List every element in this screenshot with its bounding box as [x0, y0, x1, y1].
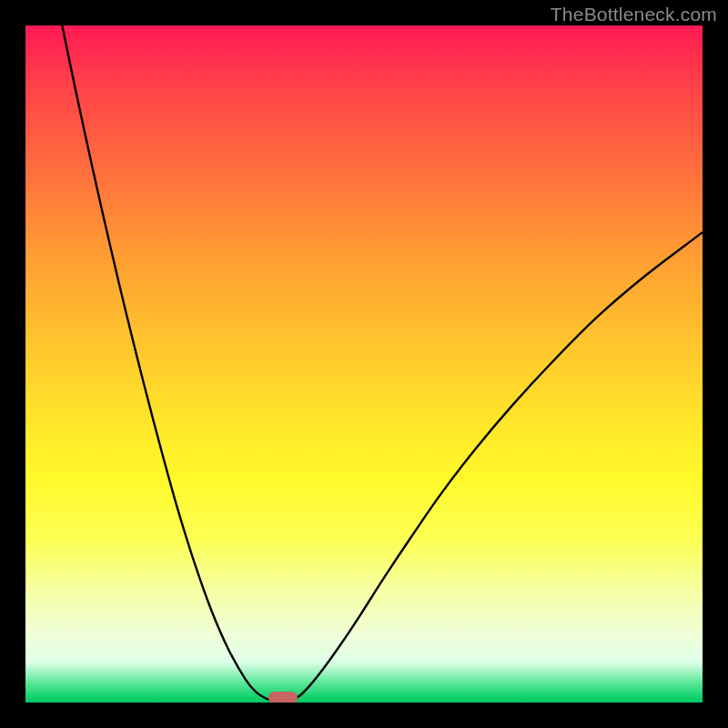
watermark-text: TheBottleneck.com — [551, 4, 717, 25]
plot-area — [25, 25, 703, 703]
curve-svg — [25, 25, 703, 703]
curve-right — [283, 232, 703, 703]
chart-frame: TheBottleneck.com — [0, 0, 728, 728]
curve-left — [59, 25, 283, 703]
minimum-marker — [268, 692, 298, 703]
